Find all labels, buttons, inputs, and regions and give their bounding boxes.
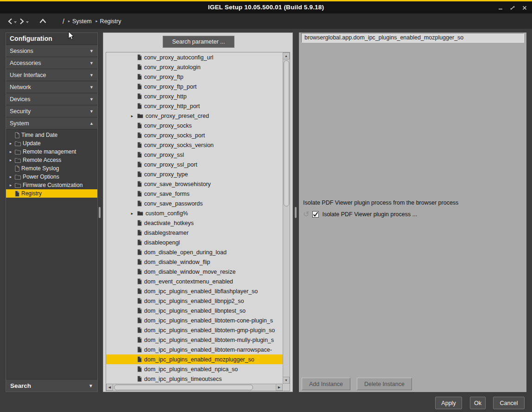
registry-tree-item[interactable]: conv_proxy_http xyxy=(106,91,283,101)
registry-tree-item[interactable]: dom_ipc_plugins_enabled_libtotem-cone-pl… xyxy=(106,315,283,325)
expand-arrow-icon[interactable]: ▸ xyxy=(8,174,13,179)
registry-tree-item[interactable]: disablegstreamer xyxy=(106,228,283,238)
registry-tree-item[interactable]: dom_ipc_plugins_enabled_libtotem-narrows… xyxy=(106,345,283,354)
system-tree-item-firmware-customization[interactable]: ▸Firmware Customization xyxy=(6,181,97,189)
registry-tree-item[interactable]: dom_disable_window_flip xyxy=(106,257,283,267)
registry-tree-item[interactable]: conv_proxy_autologin xyxy=(106,62,283,72)
scroll-left-button[interactable]: ◀ xyxy=(106,384,113,391)
expand-arrow-icon[interactable]: ▸ xyxy=(8,149,13,154)
back-history-dropdown-icon[interactable] xyxy=(14,21,17,23)
registry-tree-item[interactable]: dom_ipc_plugins_enabled_libtotem-gmp-plu… xyxy=(106,325,283,335)
expand-arrow-icon[interactable]: ▸ xyxy=(129,114,135,118)
expand-arrow-icon[interactable]: ▸ xyxy=(8,158,13,162)
folder-icon-wrap xyxy=(15,158,21,163)
delete-instance-button[interactable]: Delete Instance xyxy=(357,378,412,390)
sidebar-search-section[interactable]: Search ▼ xyxy=(6,379,97,392)
registry-tree-item[interactable]: conv_proxy_socks_port xyxy=(106,130,283,140)
registry-tree-item[interactable]: dom_ipc_plugins_enabled_libflashplayer_s… xyxy=(106,286,283,296)
registry-tree-item[interactable]: dom_ipc_plugins_enabled_npica_so xyxy=(106,364,283,374)
close-icon xyxy=(522,5,527,11)
up-button[interactable] xyxy=(39,18,47,24)
breadcrumb-root[interactable]: / xyxy=(63,18,64,25)
sidebar-item-network[interactable]: Network▼ xyxy=(6,81,97,93)
restore-icon xyxy=(510,5,515,11)
cancel-button[interactable]: Cancel xyxy=(493,397,525,409)
registry-tree-item[interactable]: disableopengl xyxy=(106,238,283,247)
registry-item-label: conv_proxy_socks_port xyxy=(144,132,205,139)
system-tree-item-remote-access[interactable]: ▸Remote Access xyxy=(6,156,97,164)
add-instance-button[interactable]: Add Instance xyxy=(302,378,350,390)
file-icon-wrap xyxy=(137,142,142,148)
horizontal-scrollbar[interactable]: ◀ ▶ xyxy=(106,384,283,391)
parameter-path-field[interactable]: browserglobal.app.dom_ipc_plugins_enable… xyxy=(301,33,524,43)
registry-tree-item[interactable]: conv_proxy_ssl xyxy=(106,150,283,160)
sidebar-item-security[interactable]: Security▼ xyxy=(6,105,97,117)
horizontal-scrollbar-thumb[interactable] xyxy=(114,385,253,390)
sidebar-item-accessories[interactable]: Accessories▼ xyxy=(6,57,97,69)
registry-tree-item[interactable]: conv_proxy_http_port xyxy=(106,101,283,111)
file-icon xyxy=(137,278,142,284)
file-icon-wrap xyxy=(137,288,142,294)
registry-tree-item[interactable]: conv_proxy_autoconfig_url xyxy=(106,52,283,62)
sidebar-item-user-interface[interactable]: User Interface▼ xyxy=(6,69,97,81)
sidebar-item-label: User Interface xyxy=(10,72,46,78)
panel-splitter-handle[interactable] xyxy=(295,207,297,218)
system-tree-item-update[interactable]: ▸Update xyxy=(6,139,97,148)
registry-tree-item[interactable]: dom_ipc_plugins_enabled_mozplugger_so xyxy=(106,354,283,364)
registry-tree-item[interactable]: dom_disable_open_during_load xyxy=(106,247,283,257)
ok-button[interactable]: Ok xyxy=(470,397,486,409)
restore-button[interactable] xyxy=(509,5,515,11)
registry-tree-item[interactable]: ▸conv_proxy_preset_cred xyxy=(106,111,283,121)
forward-history-dropdown-icon[interactable] xyxy=(26,21,29,23)
expand-arrow-icon[interactable]: ▸ xyxy=(8,183,13,187)
forward-button[interactable] xyxy=(19,18,29,25)
scroll-right-button[interactable]: ▶ xyxy=(276,384,283,391)
registry-tree-item[interactable]: conv_save_browsehistory xyxy=(106,179,283,189)
registry-tree-item[interactable]: conv_proxy_ssl_port xyxy=(106,160,283,169)
sidebar-item-devices[interactable]: Devices▼ xyxy=(6,93,97,105)
system-tree-item-remote-syslog[interactable]: Remote Syslog xyxy=(6,164,97,173)
registry-item-label: conv_proxy_ssl_port xyxy=(144,161,197,168)
isolate-pdf-viewer-checkbox[interactable] xyxy=(312,211,319,218)
registry-tree-item[interactable]: dom_ipc_plugins_enabled_libtotem-mully-p… xyxy=(106,335,283,345)
scroll-down-button[interactable]: ▼ xyxy=(283,377,290,384)
sidebar-item-label: Security xyxy=(10,108,31,115)
search-parameter-button[interactable]: Search parameter ... xyxy=(163,36,234,48)
registry-tree-item[interactable]: conv_proxy_ftp_port xyxy=(106,82,283,91)
system-tree-item-remote-management[interactable]: ▸Remote management xyxy=(6,148,97,156)
registry-tree-item[interactable]: conv_proxy_type xyxy=(106,169,283,179)
breadcrumb-item-system[interactable]: ▸System xyxy=(68,18,92,25)
close-button[interactable] xyxy=(521,5,527,11)
registry-tree-item[interactable]: dom_event_contextmenu_enabled xyxy=(106,277,283,286)
reset-to-default-icon[interactable]: ↺ xyxy=(303,211,309,218)
file-icon xyxy=(137,376,142,382)
registry-tree-item[interactable]: dom_ipc_plugins_timeoutsecs xyxy=(106,374,283,384)
vertical-scrollbar-thumb[interactable] xyxy=(284,60,289,206)
registry-tree-item[interactable]: ▸custom_config% xyxy=(106,208,283,218)
sidebar-item-sessions[interactable]: Sessions▼ xyxy=(6,45,97,57)
registry-tree-item[interactable]: dom_ipc_plugins_enabled_libnpjp2_so xyxy=(106,296,283,306)
back-button[interactable] xyxy=(7,18,17,25)
scroll-up-button[interactable]: ▲ xyxy=(283,52,290,59)
vertical-scrollbar[interactable]: ▲ ▼ xyxy=(283,52,290,384)
sidebar-splitter-handle[interactable] xyxy=(99,207,101,218)
system-tree-item-registry[interactable]: Registry xyxy=(6,189,97,198)
registry-tree-item[interactable]: dom_disable_window_move_resize xyxy=(106,267,283,277)
expand-arrow-icon[interactable]: ▸ xyxy=(8,141,13,146)
apply-button[interactable]: Apply xyxy=(435,397,462,409)
sidebar-item-system[interactable]: System▲ xyxy=(6,117,97,129)
registry-tree-item[interactable]: conv_proxy_ftp xyxy=(106,72,283,82)
file-icon-wrap xyxy=(137,152,142,158)
registry-tree-item[interactable]: conv_save_forms xyxy=(106,189,283,199)
registry-tree-item[interactable]: conv_save_passwords xyxy=(106,199,283,208)
registry-tree-item[interactable]: dom_ipc_plugins_enabled_libnptest_so xyxy=(106,306,283,315)
expand-arrow-icon[interactable]: ▸ xyxy=(129,211,135,216)
registry-tree-item[interactable]: conv_proxy_socks_version xyxy=(106,140,283,150)
registry-tree-item[interactable]: conv_proxy_socks xyxy=(106,121,283,130)
system-tree-item-time-and-date[interactable]: Time and Date xyxy=(6,131,97,139)
breadcrumb-item-registry[interactable]: ▸Registry xyxy=(96,18,121,25)
registry-tree-container: conv_proxy_autoconfig_urlconv_proxy_auto… xyxy=(106,52,290,391)
registry-tree-item[interactable]: deactivate_hotkeys xyxy=(106,218,283,228)
system-tree-item-power-options[interactable]: ▸Power Options xyxy=(6,173,97,181)
minimize-button[interactable] xyxy=(497,5,503,11)
